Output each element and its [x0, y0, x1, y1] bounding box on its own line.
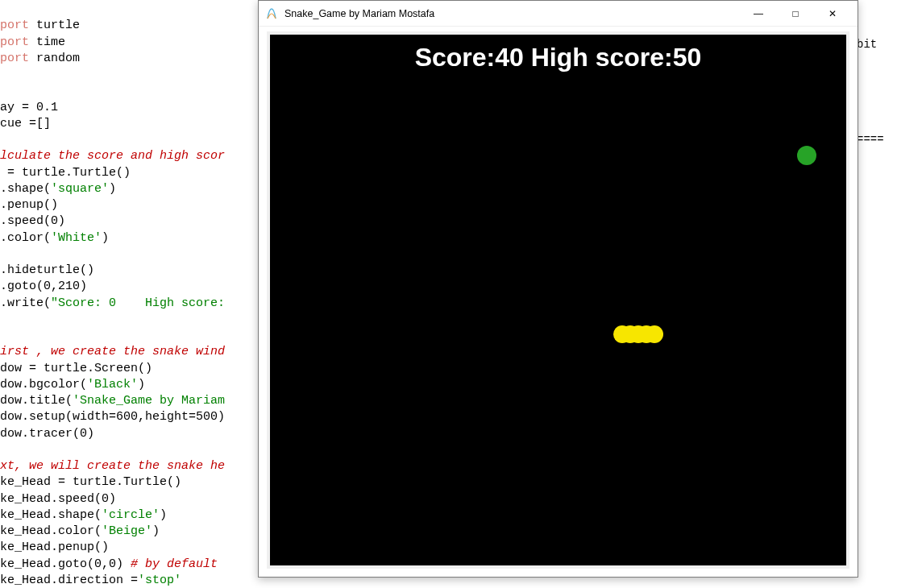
window-title: Snake_Game by Mariam Mostafa — [284, 8, 740, 19]
minimize-button[interactable]: — — [740, 2, 777, 26]
turtle-icon — [265, 7, 278, 20]
console-right-column: bit ==== — [857, 0, 897, 588]
game-window[interactable]: Snake_Game by Mariam Mostafa — □ ✕ Score… — [258, 0, 858, 578]
maximize-button[interactable]: □ — [777, 2, 814, 26]
food-dot — [797, 146, 816, 165]
close-button[interactable]: ✕ — [814, 2, 851, 26]
score-text: Score:40 High score:50 — [270, 43, 846, 72]
console-bit-text: bit — [857, 37, 897, 52]
game-frame: Score:40 High score:50 — [267, 31, 849, 569]
window-controls: — □ ✕ — [740, 2, 851, 26]
game-canvas[interactable]: Score:40 High score:50 — [270, 35, 846, 565]
console-separator: ==== — [857, 132, 897, 147]
titlebar[interactable]: Snake_Game by Mariam Mostafa — □ ✕ — [259, 1, 858, 27]
snake-head — [646, 325, 663, 343]
